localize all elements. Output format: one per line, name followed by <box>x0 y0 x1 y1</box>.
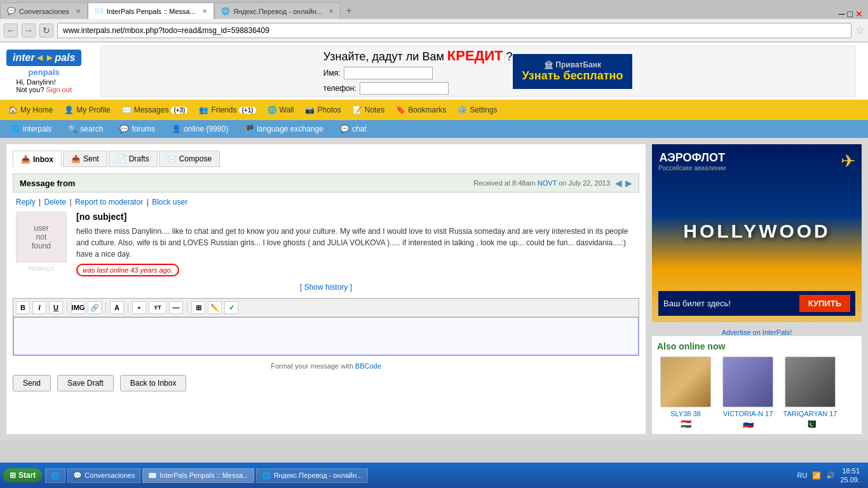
nav-home[interactable]: 🏠My Home <box>3 103 58 117</box>
site-logo[interactable]: inter◄►pals <box>6 50 81 66</box>
nav-messages[interactable]: ✉️Messages(+3) <box>117 103 193 117</box>
friends-icon: 👥 <box>199 105 208 114</box>
report-link[interactable]: Report to moderator <box>75 198 143 207</box>
tab-yandex[interactable]: 🌐 Яндекс.Перевод - онлайн... ✕ <box>214 3 341 19</box>
color-button[interactable]: A <box>110 301 124 314</box>
nav-wall[interactable]: 🌐Wall <box>262 103 299 117</box>
tab1-label: Conversaciones <box>19 8 69 15</box>
buy-button[interactable]: КУПИТЬ <box>799 295 850 312</box>
taskbar-yandex[interactable]: 🌐 Яндекс.Перевод - онлайн... <box>256 468 368 483</box>
browser-chrome: 💬 Conversaciones ✕ ✉️ InterPals Penpals … <box>0 0 868 43</box>
tab-conversaciones[interactable]: 💬 Conversaciones ✕ <box>0 3 88 19</box>
nav-settings[interactable]: ⚙️Settings <box>452 103 502 117</box>
youtube-button[interactable]: YT <box>149 301 166 314</box>
messages-icon: ✉️ <box>122 105 132 114</box>
ad-name-label: Имя: <box>323 69 341 78</box>
table-button[interactable]: ⊞ <box>191 301 205 314</box>
online-user-tariq[interactable]: TARIQARYAN 17 🇵🇰 <box>782 356 839 429</box>
aeroflot-header: АЭРОФЛОТ Российские авиалинии ✈ <box>658 151 855 172</box>
minimize-button[interactable]: ─ <box>839 9 845 19</box>
maximize-button[interactable]: □ <box>848 9 853 19</box>
show-history-link[interactable]: [ Show history ] <box>300 283 352 292</box>
link-button[interactable]: 🔗 <box>88 301 102 314</box>
close-button[interactable]: ✕ <box>855 9 863 19</box>
advertise-link[interactable]: Advertise on InterPals! <box>652 329 862 336</box>
next-message-button[interactable]: ▶ <box>625 178 632 188</box>
subnav-langexchange[interactable]: 🏴language exchange <box>237 123 331 135</box>
back-to-inbox-button[interactable]: Back to Inbox <box>120 375 187 391</box>
check-button[interactable]: ✓ <box>224 301 238 314</box>
message-actions: Reply | Delete | Report to moderator | B… <box>13 198 639 207</box>
tab2-favicon: ✉️ <box>95 7 104 15</box>
subnav-interpals[interactable]: 🌐interpals <box>3 123 59 135</box>
taskbar-interpals[interactable]: ✉️ InterPals Penpals :: Messa... <box>142 468 254 483</box>
tab-interpals[interactable]: ✉️ InterPals Penpals :: Messa... ✕ <box>88 3 214 19</box>
subnav-search[interactable]: 🔍search <box>60 123 111 135</box>
bookmarks-icon: 🔖 <box>396 105 405 114</box>
tab3-close[interactable]: ✕ <box>329 8 334 15</box>
sub-nav: 🌐interpals 🔍search 💬forums 👤online (9980… <box>0 120 868 138</box>
ad-bank-cta[interactable]: Узнать бесплатно <box>522 69 623 83</box>
italic-button[interactable]: I <box>32 301 46 314</box>
prev-message-button[interactable]: ◀ <box>615 178 622 188</box>
back-button[interactable]: ← <box>4 24 18 37</box>
tab2-close[interactable]: ✕ <box>202 8 207 15</box>
taskbar-ie[interactable]: 🌐 <box>45 468 65 483</box>
victoria-photo <box>722 356 773 407</box>
online-user-victoria[interactable]: VICTORIA-N 17 🇷🇺 <box>719 356 776 429</box>
messages-badge: (+3) <box>171 107 187 114</box>
refresh-button[interactable]: ↻ <box>39 24 53 37</box>
taskbar-conversaciones[interactable]: 💬 Conversaciones <box>67 468 140 483</box>
reply-editor: B I U IMG 🔗 A • YT — ⊞ ✏️ ✓ <box>13 298 639 356</box>
online-user-sly38[interactable]: SLY38 38 🇭🇺 <box>657 356 714 429</box>
reply-text-area[interactable] <box>13 317 639 355</box>
forward-button[interactable]: → <box>22 24 36 37</box>
nav-profile[interactable]: 👤My Profile <box>59 103 115 117</box>
block-link[interactable]: Block user <box>152 198 187 207</box>
timezone-link[interactable]: NOVT <box>538 179 557 187</box>
tariq-flag: 🇵🇰 <box>805 419 816 429</box>
bookmark-star-icon[interactable]: ☆ <box>855 24 864 36</box>
tab1-close[interactable]: ✕ <box>76 8 81 15</box>
notes-icon: 📝 <box>353 105 362 114</box>
tab-compose[interactable]: ✉️ Compose <box>159 151 220 167</box>
ad-phone-input[interactable] <box>360 82 449 95</box>
start-button[interactable]: ⊞ Start <box>3 468 42 482</box>
nav-photos[interactable]: 📷Photos <box>300 103 346 117</box>
tab-inbox[interactable]: 📥 Inbox <box>13 151 62 167</box>
start-label: Start <box>18 471 36 480</box>
editor-toolbar: B I U IMG 🔗 A • YT — ⊞ ✏️ ✓ <box>13 299 639 317</box>
underline-button[interactable]: U <box>49 301 63 314</box>
bbcode-link[interactable]: BBCode <box>355 362 381 370</box>
ad-bank-section[interactable]: 🏦 ПриватБанк Узнать бесплатно <box>513 54 633 89</box>
subnav-online[interactable]: 👤online (9980) <box>164 123 236 135</box>
delete-link[interactable]: Delete <box>44 198 66 207</box>
send-button[interactable]: Send <box>13 375 51 391</box>
ad-name-input[interactable] <box>344 67 433 79</box>
nav-bookmarks[interactable]: 🔖Bookmarks <box>391 103 451 117</box>
nav-notes[interactable]: 📝Notes <box>348 103 390 117</box>
bold-button[interactable]: B <box>16 301 30 314</box>
sign-out-link[interactable]: Sign out <box>46 86 72 93</box>
hr-button[interactable]: — <box>169 301 183 314</box>
tab-drafts[interactable]: 📄 Drafts <box>109 151 158 167</box>
nav-friends[interactable]: 👥Friends(+1) <box>194 103 261 117</box>
image-button[interactable]: IMG <box>71 301 85 314</box>
wall-icon: 🌐 <box>268 105 277 114</box>
reply-link[interactable]: Reply <box>16 198 36 207</box>
list-button[interactable]: • <box>132 301 146 314</box>
new-tab-button[interactable]: + <box>341 3 357 19</box>
paint-button[interactable]: ✏️ <box>208 301 222 314</box>
address-input[interactable] <box>57 23 851 38</box>
save-draft-button[interactable]: Save Draft <box>57 375 114 391</box>
toolbar-sep1 <box>67 302 67 313</box>
tab-sent[interactable]: 📤 Sent <box>63 151 107 167</box>
also-online-section: Also online now SLY38 38 🇭🇺 VICTORIA-N 1… <box>652 336 862 434</box>
avatar-box[interactable]: user not found <box>16 212 67 262</box>
subnav-chat[interactable]: 💬chat <box>332 123 374 135</box>
received-text: Received at 8:48am NOVT on July 22, 2013 <box>473 179 610 187</box>
tab3-favicon: 🌐 <box>221 7 230 15</box>
aeroflot-cta-row: Ваш билет здесь! КУПИТЬ <box>658 291 855 316</box>
subnav-forums[interactable]: 💬forums <box>112 123 163 135</box>
conv-icon: 💬 <box>73 471 82 480</box>
